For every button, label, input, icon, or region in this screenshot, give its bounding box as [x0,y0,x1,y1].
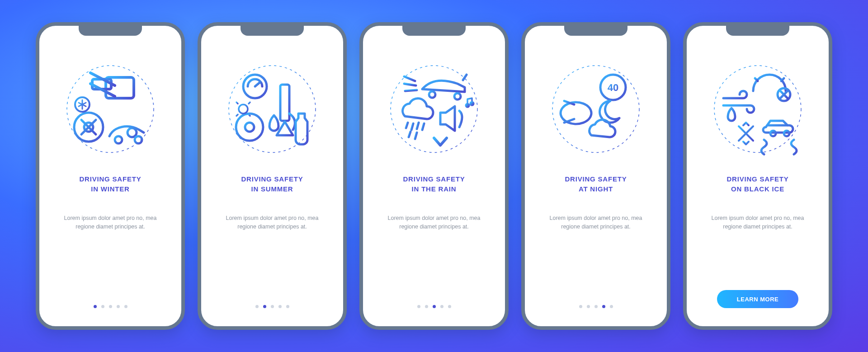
screen-title: DRIVING SAFETY ON BLACK ICE [726,174,788,194]
svg-point-17 [135,136,142,143]
svg-point-24 [236,114,263,141]
screen-body: Lorem ipsum dolor amet pro no, mea regio… [214,214,330,232]
phone-notch [241,26,304,36]
phone-notch [564,26,627,36]
svg-point-25 [245,123,254,132]
svg-point-37 [454,93,461,100]
screen-body: Lorem ipsum dolor amet pro no, mea regio… [52,214,169,232]
page-dot[interactable] [255,305,259,308]
screen-body: Lorem ipsum dolor amet pro no, mea regio… [376,214,492,232]
page-dot[interactable] [579,305,582,308]
night-driving-icon: 40 [546,59,646,159]
page-dot[interactable] [286,305,289,308]
winter-driving-icon [61,59,160,159]
phone-notch [726,26,789,36]
page-indicator [255,305,289,314]
onboarding-screen-blackice: DRIVING SAFETY ON BLACK ICE Lorem ipsum … [683,22,832,330]
svg-line-46 [409,132,410,137]
page-dot[interactable] [101,305,104,308]
page-dot[interactable] [602,305,605,308]
page-dot[interactable] [271,305,274,308]
svg-line-34 [236,114,238,116]
page-dot[interactable] [433,305,436,308]
page-indicator [94,305,127,314]
svg-line-33 [249,102,250,104]
svg-rect-21 [280,85,289,121]
page-dot[interactable] [94,305,97,308]
svg-point-16 [115,136,122,143]
page-dot[interactable] [594,305,598,308]
summer-driving-icon [222,59,322,159]
page-dot[interactable] [610,305,613,308]
learn-more-button[interactable]: LEARN MORE [717,290,798,308]
page-dot[interactable] [425,305,428,308]
page-dot[interactable] [124,305,127,308]
onboarding-screen-summer: DRIVING SAFETY IN SUMMER Lorem ipsum dol… [198,22,347,330]
page-dot[interactable] [448,305,451,308]
page-dot[interactable] [109,305,112,308]
screen-title: DRIVING SAFETY AT NIGHT [565,174,627,194]
blackice-driving-icon [708,59,807,159]
svg-point-36 [429,91,435,98]
svg-line-38 [404,76,415,81]
svg-line-44 [417,123,419,129]
onboarding-screen-night: 40 DRIVING SAFETY AT NIGHT Lorem ipsum d… [521,22,670,330]
page-dot[interactable] [117,305,120,308]
svg-line-31 [236,102,238,104]
page-dot[interactable] [587,305,590,308]
onboarding-screen-rain: DRIVING SAFETY IN THE RAIN Lorem ipsum d… [359,22,509,330]
phone-notch [402,26,466,36]
svg-line-20 [255,82,260,86]
page-indicator [579,305,613,314]
screen-title: DRIVING SAFETY IN THE RAIN [403,174,465,194]
page-indicator [417,305,451,314]
screen-title: DRIVING SAFETY IN WINTER [79,174,141,194]
screen-body: Lorem ipsum dolor amet pro no, mea regio… [699,214,816,232]
page-dot[interactable] [278,305,282,308]
screen-title: DRIVING SAFETY IN SUMMER [241,174,303,194]
svg-text:40: 40 [608,82,618,93]
page-dot[interactable] [417,305,420,308]
svg-line-40 [405,90,417,91]
svg-line-45 [422,124,424,130]
phone-notch [79,26,142,36]
svg-line-32 [249,114,250,116]
svg-line-43 [411,124,413,130]
screen-body: Lorem ipsum dolor amet pro no, mea regio… [538,214,654,232]
svg-line-47 [415,133,417,139]
svg-line-42 [406,123,408,128]
svg-point-13 [127,128,137,137]
page-dot[interactable] [263,305,266,308]
svg-line-39 [404,84,416,86]
rain-driving-icon [384,59,484,159]
onboarding-screen-winter: DRIVING SAFETY IN WINTER Lorem ipsum dol… [36,22,185,330]
page-dot[interactable] [440,305,443,308]
svg-point-51 [552,66,639,152]
svg-point-26 [239,105,248,114]
